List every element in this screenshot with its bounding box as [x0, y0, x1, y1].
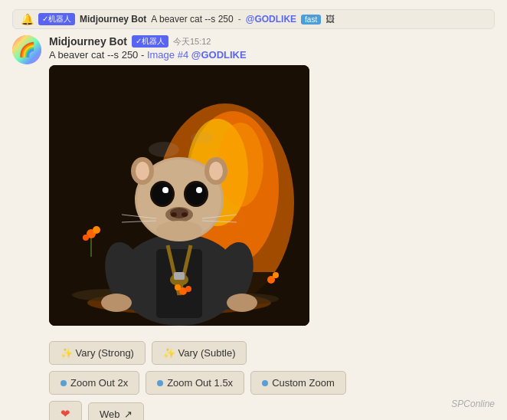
external-link-icon: ↗ — [124, 409, 132, 420]
fast-badge: fast — [301, 15, 321, 25]
svg-point-27 — [136, 162, 149, 180]
notif-dash: - — [238, 14, 241, 25]
robot-badge-notif: ✓机器人 — [38, 13, 75, 25]
svg-point-38 — [171, 212, 177, 217]
svg-point-28 — [209, 162, 223, 180]
svg-point-50 — [227, 294, 257, 312]
heart-icon: ❤ — [61, 407, 70, 420]
message-content: Midjourney Bot ✓机器人 今天15:12 A beaver cat… — [49, 35, 495, 333]
message-text: A beaver cat --s 250 - Image #4 @GODLIKE — [49, 49, 495, 61]
notif-mention: @GODLIKE — [246, 14, 296, 25]
message-command: A beaver cat --s 250 — [49, 49, 138, 61]
custom-zoom-label: Custom Zoom — [272, 377, 335, 389]
image-icon: 🖼 — [325, 14, 335, 25]
web-button[interactable]: Web ↗ — [88, 402, 144, 421]
notification-bar: 🔔 ✓机器人 Midjourney Bot A beaver cat --s 2… — [12, 9, 495, 29]
avatar: 🌈 — [12, 35, 41, 64]
svg-point-39 — [182, 212, 188, 217]
message-mention: @GODLIKE — [191, 49, 247, 61]
svg-point-34 — [196, 187, 202, 193]
notif-command: A beaver cat --s 250 — [151, 14, 233, 25]
zoom-button-row: Zoom Out 2x Zoom Out 1.5x Custom Zoom — [49, 371, 495, 395]
message-header: Midjourney Bot ✓机器人 今天15:12 — [49, 35, 495, 48]
action-button-row: ❤ Web ↗ — [49, 401, 495, 420]
username: Midjourney Bot — [49, 35, 127, 48]
svg-point-49 — [101, 294, 132, 312]
svg-point-14 — [273, 272, 279, 278]
svg-point-32 — [186, 183, 206, 205]
buttons-area: ✨ Vary (Strong) ✨ Vary (Subtle) Zoom Out… — [49, 341, 495, 420]
beaver-image — [49, 65, 309, 326]
heart-button[interactable]: ❤ — [49, 401, 82, 420]
notif-bot-name: Midjourney Bot — [80, 14, 146, 25]
svg-point-10 — [93, 226, 100, 234]
svg-point-31 — [152, 183, 172, 205]
web-label: Web — [100, 409, 120, 420]
zoom-dot-1 — [61, 380, 67, 386]
svg-point-52 — [175, 284, 181, 290]
chat-container: 🔔 ✓机器人 Midjourney Bot A beaver cat --s 2… — [0, 0, 507, 420]
timestamp: 今天15:12 — [173, 36, 211, 48]
svg-point-44 — [149, 142, 179, 157]
svg-text:🌈: 🌈 — [18, 41, 36, 58]
vary-button-row: ✨ Vary (Strong) ✨ Vary (Subtle) — [49, 341, 495, 365]
zoom-out-1-5x-button[interactable]: Zoom Out 1.5x — [146, 371, 244, 395]
svg-point-11 — [83, 235, 89, 241]
zoom-dot-3 — [262, 380, 268, 386]
image-wrapper — [49, 65, 309, 326]
bell-icon: 🔔 — [21, 13, 34, 25]
custom-zoom-button[interactable]: Custom Zoom — [250, 371, 346, 395]
zoom-out-1-5x-label: Zoom Out 1.5x — [167, 377, 233, 389]
svg-rect-22 — [174, 272, 185, 280]
zoom-out-2x-button[interactable]: Zoom Out 2x — [49, 371, 139, 395]
svg-point-45 — [191, 132, 214, 144]
svg-point-53 — [185, 286, 191, 292]
zoom-dot-2 — [157, 380, 163, 386]
watermark: SPConline — [451, 399, 495, 409]
svg-point-46 — [156, 221, 202, 239]
svg-point-35 — [165, 190, 168, 193]
message-row: 🌈 Midjourney Bot ✓机器人 今天15:12 A beaver c… — [12, 35, 495, 333]
zoom-out-2x-label: Zoom Out 2x — [70, 377, 128, 389]
vary-strong-button[interactable]: ✨ Vary (Strong) — [49, 341, 146, 365]
vary-subtle-button[interactable]: ✨ Vary (Subtle) — [152, 341, 247, 365]
image-label: Image #4 — [147, 49, 188, 61]
robot-badge-msg: ✓机器人 — [132, 35, 168, 48]
